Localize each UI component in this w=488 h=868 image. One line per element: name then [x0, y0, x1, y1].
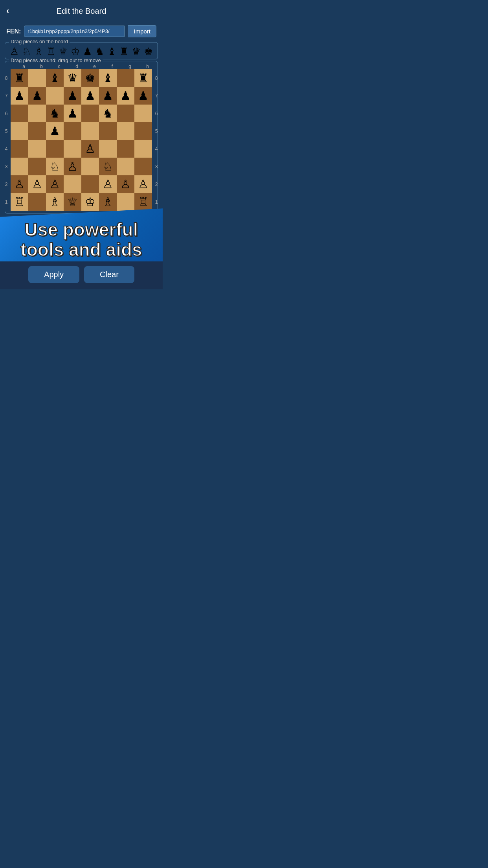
square-a8[interactable]: ♜	[11, 69, 28, 87]
back-button[interactable]: ‹	[6, 6, 9, 16]
square-c3[interactable]: ♘	[46, 158, 64, 175]
col-h: h	[139, 64, 156, 69]
square-h3[interactable]	[134, 158, 152, 175]
square-a4[interactable]	[11, 140, 28, 158]
row-labels-left: 8 7 6 5 4 3 2 1	[2, 69, 11, 211]
square-b8[interactable]	[28, 69, 46, 87]
col-g: g	[121, 64, 139, 69]
square-d2[interactable]	[64, 175, 81, 193]
square-d1[interactable]: ♕	[64, 193, 81, 211]
board-section: Drag pieces around; drag out to remove a…	[5, 61, 158, 213]
square-h1[interactable]: ♖	[134, 193, 152, 211]
square-f1[interactable]: ♗	[99, 193, 117, 211]
square-c6[interactable]: ♞	[46, 105, 64, 122]
square-f5[interactable]	[99, 122, 117, 140]
square-c1[interactable]: ♗	[46, 193, 64, 211]
square-b2[interactable]: ♙	[28, 175, 46, 193]
square-e5[interactable]	[81, 122, 99, 140]
square-f4[interactable]	[99, 140, 117, 158]
clear-button[interactable]: Clear	[84, 266, 134, 283]
black-king[interactable]: ♚	[144, 46, 153, 57]
square-e1[interactable]: ♔	[81, 193, 99, 211]
row-4: 4	[2, 140, 11, 158]
square-f2[interactable]: ♙	[99, 175, 117, 193]
square-h5[interactable]	[134, 122, 152, 140]
board-drag-label: Drag pieces around; drag out to remove	[9, 57, 103, 63]
square-g2[interactable]: ♙	[117, 175, 134, 193]
square-c2[interactable]: ♙	[46, 175, 64, 193]
col-f: f	[103, 64, 121, 69]
col-b: b	[33, 64, 50, 69]
fen-row: FEN: Import	[0, 22, 163, 40]
white-queen[interactable]: ♕	[59, 46, 68, 57]
row-right-4: 4	[152, 140, 161, 158]
square-e8[interactable]: ♚	[81, 69, 99, 87]
square-b6[interactable]	[28, 105, 46, 122]
square-e7[interactable]: ♟	[81, 87, 99, 105]
fen-input[interactable]	[24, 26, 125, 37]
square-g3[interactable]	[117, 158, 134, 175]
square-d4[interactable]	[64, 140, 81, 158]
square-b7[interactable]: ♟	[28, 87, 46, 105]
square-f6[interactable]: ♞	[99, 105, 117, 122]
white-knight[interactable]: ♘	[22, 46, 31, 57]
page-title: Edit the Board	[57, 7, 106, 16]
row-1: 1	[2, 193, 11, 211]
square-h8[interactable]: ♜	[134, 69, 152, 87]
square-g4[interactable]	[117, 140, 134, 158]
square-h2[interactable]: ♙	[134, 175, 152, 193]
square-e3[interactable]	[81, 158, 99, 175]
square-a2[interactable]: ♙	[11, 175, 28, 193]
square-c5[interactable]: ♟	[46, 122, 64, 140]
row-5: 5	[2, 122, 11, 140]
square-d5[interactable]	[64, 122, 81, 140]
import-button[interactable]: Import	[128, 25, 156, 37]
square-d6[interactable]: ♟	[64, 105, 81, 122]
square-a5[interactable]	[11, 122, 28, 140]
black-queen[interactable]: ♛	[132, 46, 141, 57]
square-f3[interactable]: ♘	[99, 158, 117, 175]
square-e4[interactable]: ♙	[81, 140, 99, 158]
chess-board[interactable]: ♜♝♛♚♝♜♟♟♟♟♟♟♟♞♟♞♟♙♘♙♘♙♙♙♙♙♙♖♗♕♔♗♖	[11, 69, 152, 211]
white-bishop[interactable]: ♗	[34, 46, 43, 57]
square-b1[interactable]	[28, 193, 46, 211]
black-bishop[interactable]: ♝	[107, 46, 116, 57]
col-labels: a b c d e f g h	[15, 64, 156, 69]
white-rook[interactable]: ♖	[46, 46, 55, 57]
square-h6[interactable]	[134, 105, 152, 122]
square-f7[interactable]: ♟	[99, 87, 117, 105]
square-g1[interactable]	[117, 193, 134, 211]
square-g5[interactable]	[117, 122, 134, 140]
black-rook[interactable]: ♜	[119, 46, 128, 57]
black-pawn[interactable]: ♟	[83, 46, 92, 57]
white-king[interactable]: ♔	[71, 46, 80, 57]
square-e2[interactable]	[81, 175, 99, 193]
square-c7[interactable]	[46, 87, 64, 105]
row-7: 7	[2, 87, 11, 105]
square-d3[interactable]: ♙	[64, 158, 81, 175]
square-d7[interactable]: ♟	[64, 87, 81, 105]
square-g8[interactable]	[117, 69, 134, 87]
square-c8[interactable]: ♝	[46, 69, 64, 87]
square-d8[interactable]: ♛	[64, 69, 81, 87]
square-b4[interactable]	[28, 140, 46, 158]
square-h7[interactable]: ♟	[134, 87, 152, 105]
square-c4[interactable]	[46, 140, 64, 158]
square-g7[interactable]: ♟	[117, 87, 134, 105]
apply-button[interactable]: Apply	[28, 266, 79, 283]
square-f8[interactable]: ♝	[99, 69, 117, 87]
row-6: 6	[2, 105, 11, 122]
square-a7[interactable]: ♟	[11, 87, 28, 105]
square-a6[interactable]	[11, 105, 28, 122]
square-e6[interactable]	[81, 105, 99, 122]
square-b5[interactable]	[28, 122, 46, 140]
square-g6[interactable]	[117, 105, 134, 122]
square-h4[interactable]	[134, 140, 152, 158]
white-pawn[interactable]: ♙	[10, 46, 19, 57]
square-b3[interactable]	[28, 158, 46, 175]
square-a1[interactable]: ♖	[11, 193, 28, 211]
black-knight[interactable]: ♞	[95, 46, 104, 57]
square-a3[interactable]	[11, 158, 28, 175]
promo-banner: Use powerful tools and aids	[0, 208, 163, 270]
col-d: d	[68, 64, 86, 69]
